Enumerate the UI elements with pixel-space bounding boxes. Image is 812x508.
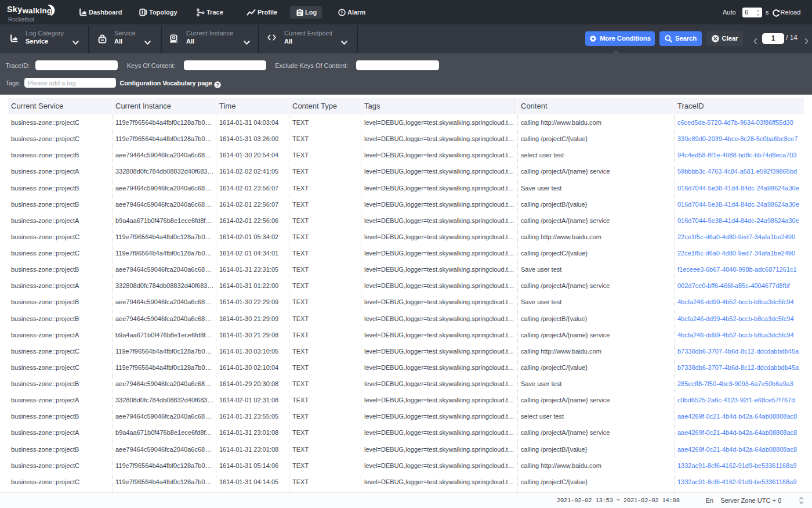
svg-text:?: ?	[216, 82, 219, 88]
